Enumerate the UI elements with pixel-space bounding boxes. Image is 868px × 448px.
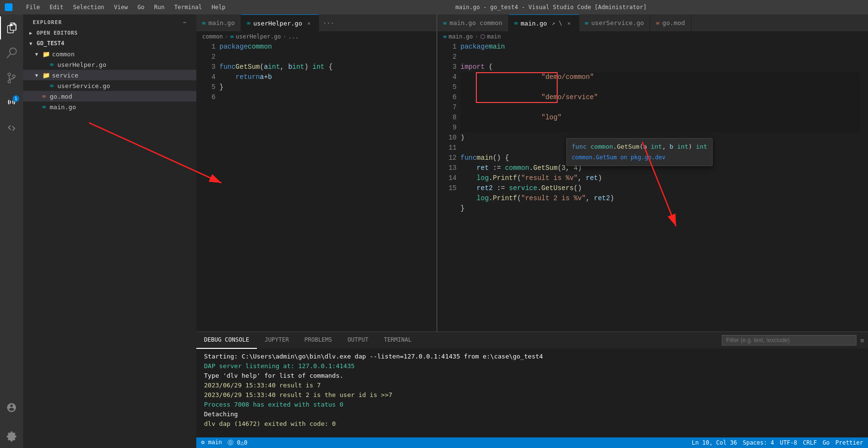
menu-help[interactable]: Help	[208, 3, 230, 12]
activity-run-debug[interactable]: 1	[0, 91, 23, 115]
symbol-icon: ⬡	[480, 33, 485, 40]
user-helper-label: userHelper.go	[57, 61, 106, 68]
panel-tab-actions: ≡	[722, 335, 868, 346]
project-label: GO_TEST4	[37, 40, 64, 47]
activity-source-control[interactable]	[0, 66, 23, 90]
code-content: package common func GetSum(a int, b int)…	[219, 42, 436, 332]
debug-badge: 1	[13, 95, 19, 102]
activity-bar: 1	[0, 14, 23, 448]
go-icon-breadcrumb: ∞	[230, 33, 234, 40]
new-file-icon[interactable]: ⋯	[183, 19, 187, 26]
tooltip-link[interactable]: common.GetSum on pkg.go.dev	[572, 153, 707, 163]
menu-edit[interactable]: Edit	[46, 3, 67, 12]
panel-tab-output[interactable]: OUTPUT	[340, 332, 376, 349]
tooltip-signature: func common.GetSum(a int, b int) int	[572, 141, 707, 152]
go-icon-breadcrumb: ∞	[443, 33, 447, 40]
panel-filter-input[interactable]	[722, 335, 856, 346]
breadcrumb-item: main	[487, 33, 501, 40]
sidebar-content: ▶ OPEN EDITORS ▼ GO_TEST4 ▼ 📁 common ∞ u…	[23, 27, 196, 448]
cursor-position[interactable]: Ln 10, Col 36	[692, 439, 737, 446]
filter-more-icon[interactable]: ≡	[860, 337, 864, 344]
right-code-editor[interactable]: 1 2 3 4 5 6 7 8 9 10 11 12 13	[437, 42, 868, 332]
common-folder-label: common	[52, 51, 75, 58]
tab-close-icon[interactable]: ✕	[305, 19, 313, 27]
sidebar-item-common-folder[interactable]: ▼ 📁 common	[23, 49, 196, 59]
tab-main-go-left[interactable]: ∞ main.go	[196, 14, 241, 31]
encoding-status[interactable]: UTF-8	[780, 439, 797, 446]
panel-tab-problems[interactable]: PROBLEMS	[297, 332, 340, 349]
left-breadcrumb: common › ∞ userHelper.go › ...	[196, 31, 436, 42]
sidebar-item-go-mod[interactable]: ∞ go.mod	[23, 91, 196, 102]
panel-tab-debug-console[interactable]: DEBUG CONSOLE	[196, 332, 257, 349]
menu-file[interactable]: File	[22, 3, 44, 12]
menu-selection[interactable]: Selection	[69, 3, 108, 12]
panel-tab-jupyter[interactable]: JUPYTER	[257, 332, 297, 349]
panel-tabs: DEBUG CONSOLE JUPYTER PROBLEMS OUTPUT TE…	[196, 332, 868, 349]
line-numbers: 1 2 3 4 5 6	[196, 42, 219, 332]
open-editors-label: OPEN EDITORS	[37, 30, 77, 36]
main-go-label: main.go	[50, 103, 76, 111]
breadcrumb-item: main.go	[448, 33, 473, 40]
panel-tab-terminal[interactable]: TERMINAL	[376, 332, 420, 349]
left-editor-pane: ∞ main.go ∞ userHelper.go ✕ ··· common	[196, 14, 437, 332]
tab-main-go-common[interactable]: ∞ main.go common	[437, 14, 509, 31]
console-line: Starting: C:\Users\admin\go\bin\dlv.exe …	[204, 352, 860, 361]
app-icon	[5, 3, 13, 11]
activity-search[interactable]	[0, 41, 23, 64]
go-file-icon: ∞	[50, 61, 53, 68]
spacer	[33, 92, 40, 100]
breadcrumb-item: ...	[288, 33, 299, 40]
spaces-status[interactable]: Spaces: 4	[743, 439, 774, 446]
console-line: DAP server listening at: 127.0.0.1:41435	[204, 361, 860, 371]
go-file-icon: ∞	[50, 82, 53, 89]
debug-status[interactable]: ⚙ main	[201, 439, 222, 447]
status-left: ⚙ main ⓪ 0△0	[201, 439, 247, 447]
bottom-panel: DEBUG CONSOLE JUPYTER PROBLEMS OUTPUT TE…	[196, 332, 868, 437]
menu-terminal[interactable]: Terminal	[170, 3, 206, 12]
tab-label: userHelper.go	[253, 20, 302, 27]
editor-panes: ∞ main.go ∞ userHelper.go ✕ ··· common	[196, 14, 868, 332]
tab-label: go.mod	[663, 19, 685, 26]
line-ending-status[interactable]: CRLF	[803, 439, 817, 446]
sidebar-item-go-test4[interactable]: ▼ GO_TEST4	[23, 38, 196, 49]
sidebar-item-service-folder[interactable]: ▼ 📁 service	[23, 70, 196, 80]
tab-more-button[interactable]: ···	[319, 14, 338, 31]
sidebar-item-user-service[interactable]: ∞ userService.go	[23, 80, 196, 91]
tab-user-service[interactable]: ∞ userService.go	[579, 14, 651, 31]
language-status[interactable]: Go	[823, 439, 830, 446]
chevron-icon: ▶	[27, 29, 35, 37]
spacer	[40, 82, 48, 90]
menu-run[interactable]: Run	[150, 3, 168, 12]
left-code-editor[interactable]: 1 2 3 4 5 6 package common func GetSum(a…	[196, 42, 436, 332]
sidebar-item-open-editors[interactable]: ▶ OPEN EDITORS	[23, 27, 196, 38]
code-content: package main import ( "demo/common" "dem…	[460, 42, 868, 332]
sidebar-header-actions: ⋯	[183, 19, 187, 26]
tab-user-helper[interactable]: ∞ userHelper.go ✕	[241, 14, 319, 31]
chevron-down-icon: ▼	[27, 39, 35, 47]
tab-main-go-right[interactable]: ∞ main.go ↗ \ ✕	[509, 14, 579, 31]
activity-accounts[interactable]	[0, 396, 23, 419]
breadcrumb-item: userHelper.go	[236, 33, 281, 40]
activity-explorer[interactable]	[0, 16, 23, 39]
panel-content: Starting: C:\Users\admin\go\bin\dlv.exe …	[196, 349, 868, 437]
menu-bar[interactable]: File Edit Selection View Go Run Terminal…	[22, 3, 230, 12]
error-warning-status[interactable]: ⓪ 0△0	[228, 439, 247, 447]
activity-settings[interactable]	[0, 425, 23, 448]
menu-view[interactable]: View	[110, 3, 132, 12]
console-line: 2023/06/29 15:33:40 result is 7	[204, 381, 860, 390]
tab-icon: ∞	[585, 20, 588, 26]
status-right: Ln 10, Col 36 Spaces: 4 UTF-8 CRLF Go Pr…	[692, 439, 863, 446]
spacer	[33, 103, 40, 111]
tab-go-mod[interactable]: ∞ go.mod	[650, 14, 691, 31]
console-line: Type 'dlv help' for list of commands.	[204, 371, 860, 381]
service-folder-label: service	[52, 72, 78, 79]
sidebar-item-user-helper[interactable]: ∞ userHelper.go	[23, 59, 196, 70]
sidebar-item-main-go[interactable]: ∞ main.go	[23, 102, 196, 112]
console-line: dlv dap (14672) exited with code: 0	[204, 419, 860, 429]
folder-icon: 📁	[42, 50, 50, 58]
menu-go[interactable]: Go	[134, 3, 148, 12]
tab-icon: ∞	[514, 20, 518, 26]
tab-close-icon[interactable]: ✕	[565, 19, 573, 27]
formatter-status[interactable]: Prettier	[835, 439, 863, 446]
activity-extensions[interactable]	[0, 116, 23, 140]
